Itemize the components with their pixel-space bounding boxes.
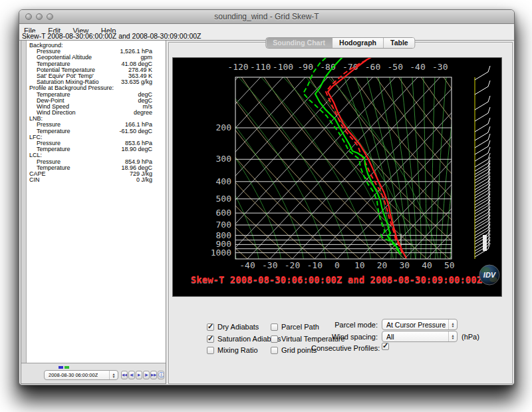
window-titlebar[interactable]: sounding_wind - Grid Skew-T [19, 10, 514, 24]
app-window: sounding_wind - Grid Skew-T File Edit Vi… [19, 9, 515, 385]
checkbox-icon [271, 347, 278, 354]
svg-text:-100: -100 [273, 62, 293, 72]
stepper-icons: ▲ ▼ [448, 331, 457, 341]
display-controls: Dry Adiabats Saturation Adiabats Mixing … [169, 298, 512, 383]
checkbox-icon [207, 323, 214, 331]
time-animation-bar: 2008-08-30 06:00:00Z ▲ ▼ ◀◀ ◀| ▶ |▶ ▶▶ ⓘ [21, 363, 166, 383]
svg-text:-20: -20 [285, 260, 300, 270]
dewpoint-profile-09z [303, 58, 399, 252]
svg-text:-70: -70 [342, 62, 358, 72]
svg-text:0: 0 [334, 260, 340, 270]
stepper-down-icon: ▼ [112, 375, 116, 378]
time-step-indicator-green[interactable] [65, 366, 69, 369]
svg-text:-50: -50 [388, 62, 403, 72]
play-button[interactable]: ▶ [136, 371, 142, 379]
checkbox-icon [271, 335, 278, 343]
svg-text:300: 300 [216, 154, 231, 164]
sounding-times-label: Skew-T 2008-08-30:06:00:00Z and 2008-08-… [22, 32, 201, 40]
go-first-button[interactable]: ◀◀ [121, 371, 128, 379]
stepper-down-icon: ▼ [452, 325, 455, 327]
chart-panel: Sounding Chart Hodograph Table -120-110 … [168, 42, 513, 384]
top-axis-tick-labels: -120-110 -100-90 -80-70 -60-50 -40-30 [227, 62, 448, 72]
tab-table[interactable]: Table [384, 38, 415, 48]
svg-text:1000: 1000 [211, 248, 231, 258]
time-select-value: 2008-08-30 06:00:00Z [49, 372, 98, 378]
svg-text:10: 10 [354, 260, 365, 270]
svg-text:-30: -30 [262, 260, 277, 270]
svg-text:40: 40 [422, 260, 432, 270]
mixing-ratio-checkbox[interactable]: Mixing Ratio [207, 346, 258, 354]
step-back-icon: ◀| [130, 373, 134, 377]
step-forward-icon: |▶ [144, 373, 148, 377]
wind-spacing-select[interactable]: All ▲ ▼ [382, 331, 458, 342]
play-icon: ▶ [138, 373, 140, 377]
stepper-icons: ▲ ▼ [448, 319, 457, 329]
svg-text:500: 500 [216, 194, 231, 204]
window-title: sounding_wind - Grid Skew-T [19, 12, 514, 21]
wind-barb-flag-cluster [483, 235, 487, 251]
checkbox-icon [271, 323, 278, 331]
pressure-axis-tick-labels: 200300 400500 600700 800900 1000 [211, 122, 231, 258]
svg-text:-110: -110 [250, 62, 271, 72]
saturation-adiabats-checkbox[interactable]: Saturation Adiabats [207, 335, 281, 343]
parcel-mode-label: Parcel mode: [311, 321, 378, 329]
svg-text:20: 20 [377, 260, 388, 270]
svg-text:50: 50 [444, 260, 455, 270]
svg-text:700: 700 [216, 220, 231, 230]
info-row: Temperature-61.50 degC [27, 128, 165, 134]
svg-text:-120: -120 [227, 62, 248, 72]
animation-properties-button[interactable]: ⓘ [158, 371, 164, 379]
svg-text:-40: -40 [239, 260, 255, 270]
svg-text:200: 200 [216, 122, 231, 132]
wind-barbs [475, 66, 490, 257]
stepper-icons: ▲ ▼ [109, 371, 118, 379]
tab-sounding-chart[interactable]: Sounding Chart [266, 38, 332, 48]
svg-text:-30: -30 [432, 62, 448, 72]
sidebar-scrollbar[interactable] [21, 41, 27, 363]
info-row: Wind Directiondegree [27, 110, 165, 116]
checkbox-icon [207, 335, 214, 343]
checkbox-icon [207, 347, 214, 354]
grid-points-checkbox[interactable]: Grid points [271, 346, 317, 354]
consecutive-profiles-label: Consecutive Profiles: [311, 344, 378, 352]
skewt-chart[interactable]: -120-110 -100-90 -80-70 -60-50 -40-30 -4… [172, 57, 502, 297]
info-sidebar: Background: Pressure1,526.1 hPa Geopoten… [21, 40, 166, 384]
step-forward-button[interactable]: |▶ [143, 371, 150, 379]
info-row: Temperature18.90 degC [27, 146, 165, 152]
stepper-down-icon: ▼ [452, 337, 455, 339]
svg-text:-60: -60 [365, 62, 380, 72]
time-select[interactable]: 2008-08-30 06:00:00Z ▲ ▼ [44, 370, 118, 380]
sounding-parameters-list: Background: Pressure1,526.1 hPa Geopoten… [27, 43, 165, 363]
view-tabs: Sounding Chart Hodograph Table [265, 37, 415, 49]
time-step-indicator-blue[interactable] [59, 366, 63, 369]
bottom-axis-tick-labels: -40-30 -20-10 010 2030 4050 [239, 260, 454, 270]
step-back-button[interactable]: ◀| [128, 371, 135, 379]
desktop-background: sounding_wind - Grid Skew-T File Edit Vi… [0, 0, 532, 412]
wind-spacing-label: Wind spacing: [311, 333, 378, 341]
svg-text:-40: -40 [410, 62, 425, 72]
svg-text:600: 600 [216, 208, 231, 218]
idv-logo: IDV [479, 265, 499, 285]
svg-text:IDV: IDV [483, 271, 497, 279]
svg-text:800: 800 [216, 230, 231, 240]
parcel-mode-select[interactable]: At Cursor Pressure ▲ ▼ [382, 319, 458, 330]
checkbox-icon [382, 343, 389, 350]
dry-adiabats-checkbox[interactable]: Dry Adiabats [207, 323, 259, 331]
chart-title: Skew-T 2008-08-30:06:00:00Z and 2008-08-… [191, 274, 482, 285]
wind-spacing-unit: (hPa) [462, 333, 479, 341]
info-row: CIN0 J/kg [27, 177, 165, 183]
animation-controls: ◀◀ ◀| ▶ |▶ ▶▶ ⓘ [121, 371, 164, 379]
skip-end-icon: ▶▶ [151, 373, 156, 377]
svg-text:400: 400 [216, 176, 231, 186]
skip-start-icon: ◀◀ [122, 373, 127, 377]
svg-text:30: 30 [399, 260, 410, 270]
consecutive-profiles-checkbox[interactable] [382, 343, 389, 350]
info-icon: ⓘ [158, 371, 164, 378]
go-last-button[interactable]: ▶▶ [150, 371, 157, 379]
svg-text:-90: -90 [298, 62, 313, 72]
tab-hodograph[interactable]: Hodograph [332, 38, 384, 48]
svg-text:-10: -10 [307, 260, 323, 270]
